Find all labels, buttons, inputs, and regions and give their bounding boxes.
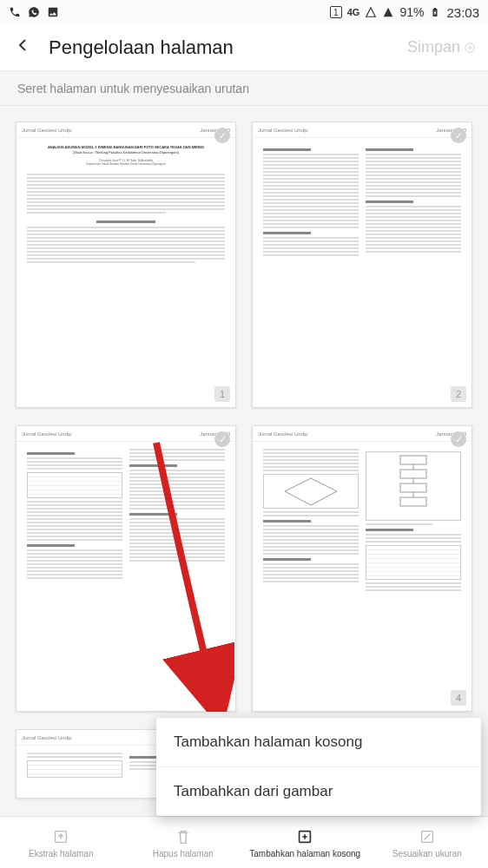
delete-page-button[interactable]: Hapus halaman — [122, 827, 245, 858]
svg-rect-3 — [400, 470, 426, 478]
add-page-popup: Tambahkan halaman kosong Tambahkan dari … — [156, 718, 481, 816]
page-thumbnail[interactable]: Jurnal Geodesi Undip Januari 2020 ✓ 2 — [252, 122, 472, 408]
app-header: Pengelolaan halaman Simpan — [0, 24, 488, 71]
extract-icon — [51, 827, 70, 846]
select-check-icon[interactable]: ✓ — [214, 128, 230, 143]
page-number-badge: 1 — [214, 386, 230, 402]
add-from-image-option[interactable]: Tambahkan dari gambar — [156, 767, 481, 816]
page-thumbnail[interactable]: Jurnal Geodesi Undip Januari 2020 ✓ — [252, 425, 472, 712]
phone-icon — [9, 6, 21, 18]
status-bar: 1 4G 91% 23:03 — [0, 0, 488, 24]
network-type: 4G — [347, 7, 360, 17]
svg-rect-5 — [400, 497, 426, 506]
trash-icon — [174, 827, 193, 846]
image-icon — [47, 6, 59, 18]
page-number-badge: 2 — [451, 386, 466, 402]
battery-percent: 91% — [399, 5, 424, 19]
svg-rect-4 — [400, 483, 426, 492]
sim-icon: 1 — [330, 6, 342, 18]
page-number-badge: 4 — [451, 690, 466, 706]
page-title: Pengelolaan halaman — [49, 36, 407, 59]
select-check-icon[interactable]: ✓ — [451, 128, 466, 143]
page-number-badge: 3 — [214, 690, 230, 706]
resize-button[interactable]: Sesuaikan ukuran — [366, 827, 489, 858]
resize-icon — [418, 827, 437, 846]
save-button[interactable]: Simpan — [407, 38, 476, 56]
page-thumbnail[interactable]: Jurnal Geodesi Undip Januari 2020 ✓ ANAL… — [16, 122, 236, 408]
svg-rect-2 — [400, 456, 426, 464]
select-check-icon[interactable]: ✓ — [214, 431, 230, 447]
signal-icon-2 — [382, 6, 394, 18]
battery-icon — [429, 6, 441, 18]
whatsapp-icon — [28, 6, 40, 18]
pages-grid[interactable]: Jurnal Geodesi Undip Januari 2020 ✓ ANAL… — [0, 106, 488, 816]
svg-marker-1 — [285, 478, 337, 505]
back-button[interactable] — [12, 35, 33, 61]
drag-hint: Seret halaman untuk menyesuaikan urutan — [0, 71, 488, 106]
select-check-icon[interactable]: ✓ — [451, 431, 466, 447]
page-thumbnail[interactable]: Jurnal Geodesi Undip Januari 2020 ✓ 3 — [16, 425, 236, 712]
add-blank-page-option[interactable]: Tambahkan halaman kosong — [156, 718, 481, 767]
bottom-toolbar: Ekstrak halaman Hapus halaman Tambahkan … — [0, 816, 488, 868]
add-blank-page-button[interactable]: Tambahkan halaman kosong — [244, 827, 366, 858]
extract-page-button[interactable]: Ekstrak halaman — [0, 827, 122, 858]
add-page-icon — [295, 827, 314, 846]
clock-time: 23:03 — [446, 5, 479, 20]
signal-icon-1 — [365, 6, 377, 18]
